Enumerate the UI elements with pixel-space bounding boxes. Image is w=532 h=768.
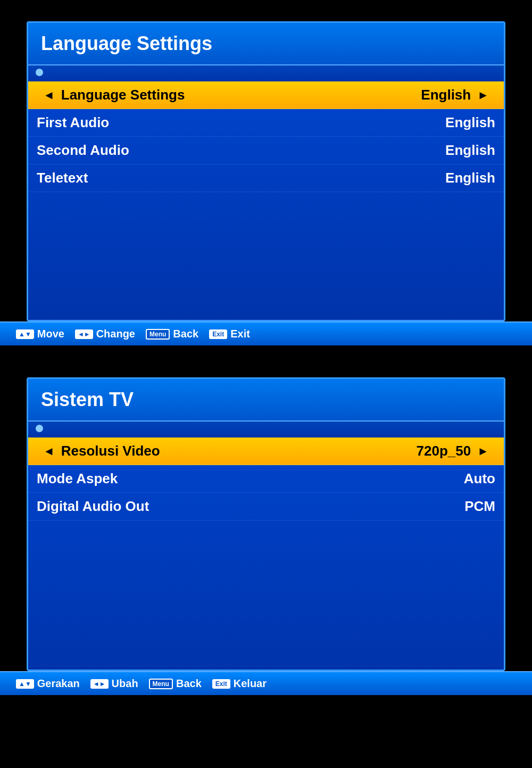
value-digital-audio-out: PCM bbox=[464, 498, 495, 515]
panel1-title: Language Settings bbox=[28, 23, 504, 65]
bottom-change: ◄► Change bbox=[75, 328, 135, 340]
back-label1: Back bbox=[173, 328, 198, 340]
screen-divider bbox=[0, 345, 532, 356]
label-first-audio: First Audio bbox=[37, 114, 445, 131]
panel2-title: Sistem TV bbox=[28, 379, 504, 422]
panel1-dot-bar bbox=[28, 65, 504, 81]
ubah-label: Ubah bbox=[112, 678, 138, 690]
value-teletext: English bbox=[445, 170, 495, 186]
panel1-bottom-bar: ▲▼ Move ◄► Change Menu Back Exit Exit bbox=[0, 321, 532, 345]
change-icon: ◄► bbox=[75, 329, 93, 339]
label-resolusi-video: Resolusi Video bbox=[61, 443, 417, 459]
menu-row-mode-aspek[interactable]: Mode Aspek Auto bbox=[28, 465, 504, 493]
menu-row-language-settings[interactable]: ◄ Language Settings English ► bbox=[28, 81, 504, 109]
bottom-exit1: Exit Exit bbox=[209, 328, 250, 340]
panel1-dot bbox=[36, 69, 43, 76]
panel2-empty-space bbox=[28, 521, 504, 670]
label-language-settings: Language Settings bbox=[61, 87, 421, 103]
menu-row-digital-audio-out[interactable]: Digital Audio Out PCM bbox=[28, 493, 504, 521]
language-settings-panel: Language Settings ◄ Language Settings En… bbox=[27, 21, 505, 321]
menu-icon2: Menu bbox=[149, 679, 173, 689]
bottom-keluar: Exit Keluar bbox=[212, 678, 267, 690]
value-mode-aspek: Auto bbox=[464, 470, 495, 487]
right-arrow-resolusi[interactable]: ► bbox=[471, 444, 495, 458]
panel2-dot bbox=[36, 425, 43, 432]
right-arrow-language[interactable]: ► bbox=[471, 88, 495, 102]
bottom-back2: Menu Back bbox=[149, 678, 202, 690]
label-digital-audio-out: Digital Audio Out bbox=[37, 498, 464, 515]
label-mode-aspek: Mode Aspek bbox=[37, 470, 464, 487]
menu-row-second-audio[interactable]: Second Audio English bbox=[28, 137, 504, 164]
change-label: Change bbox=[96, 328, 135, 340]
menu-row-teletext[interactable]: Teletext English bbox=[28, 164, 504, 192]
left-arrow-language[interactable]: ◄ bbox=[37, 88, 61, 102]
bottom-back1: Menu Back bbox=[146, 328, 198, 340]
value-first-audio: English bbox=[445, 114, 495, 131]
panel1-body: ◄ Language Settings English ► First Audi… bbox=[28, 81, 504, 320]
panel2-body: ◄ Resolusi Video 720p_50 ► Mode Aspek Au… bbox=[28, 437, 504, 670]
exit-icon1: Exit bbox=[209, 329, 227, 339]
label-teletext: Teletext bbox=[37, 170, 445, 186]
move-icon: ▲▼ bbox=[16, 329, 34, 339]
left-arrow-resolusi[interactable]: ◄ bbox=[37, 444, 61, 458]
panel2-dot-bar bbox=[28, 422, 504, 437]
menu-icon1: Menu bbox=[146, 329, 170, 340]
panel2-bottom-bar: ▲▼ Gerakan ◄► Ubah Menu Back Exit Keluar bbox=[0, 671, 532, 695]
exit-icon2: Exit bbox=[212, 679, 230, 689]
panel1-empty-space bbox=[28, 192, 504, 320]
sistem-tv-panel: Sistem TV ◄ Resolusi Video 720p_50 ► Mod… bbox=[27, 377, 505, 671]
bottom-ubah: ◄► Ubah bbox=[90, 678, 138, 690]
gerakan-label: Gerakan bbox=[37, 678, 80, 690]
ubah-icon: ◄► bbox=[90, 679, 109, 689]
exit-label1: Exit bbox=[230, 328, 250, 340]
menu-row-first-audio[interactable]: First Audio English bbox=[28, 109, 504, 137]
gerakan-icon: ▲▼ bbox=[16, 679, 34, 689]
value-language-settings: English bbox=[421, 87, 471, 103]
label-second-audio: Second Audio bbox=[37, 142, 445, 159]
value-second-audio: English bbox=[445, 142, 495, 159]
move-label: Move bbox=[37, 328, 64, 340]
menu-row-resolusi-video[interactable]: ◄ Resolusi Video 720p_50 ► bbox=[28, 437, 504, 465]
keluar-label: Keluar bbox=[234, 678, 267, 690]
bottom-move: ▲▼ Move bbox=[16, 328, 64, 340]
back-label2: Back bbox=[176, 678, 202, 690]
value-resolusi-video: 720p_50 bbox=[417, 443, 471, 459]
bottom-gerakan: ▲▼ Gerakan bbox=[16, 678, 80, 690]
